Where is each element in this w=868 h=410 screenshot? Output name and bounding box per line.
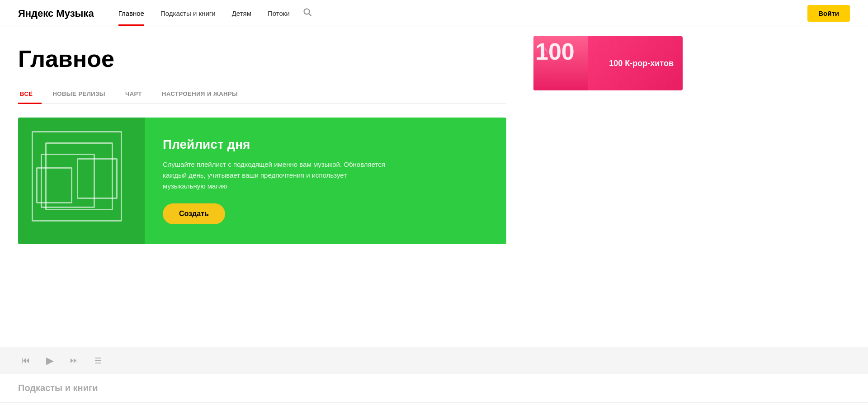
main-content: Главное ВСЁ НОВЫЕ РЕЛИЗЫ ЧАРТ НАСТРОЕНИЯ… (0, 27, 524, 347)
nav-item-streams[interactable]: Потоки (261, 6, 296, 21)
page-title: Главное (18, 45, 506, 72)
podcasts-section-label: Подкасты и книги (0, 374, 868, 402)
playlist-art (18, 118, 145, 244)
kpop-person-image: 100 (533, 36, 588, 90)
kpop-image: 100 (533, 36, 588, 90)
player-bar: ⏮ ▶ ⏭ ☰ (0, 347, 868, 374)
tab-chart[interactable]: ЧАРТ (123, 86, 151, 104)
header: Яндекс Музыка Главное Подкасты и книги Д… (0, 0, 868, 27)
search-icon (303, 8, 311, 16)
svg-line-1 (309, 14, 311, 16)
art-rect-4 (36, 167, 72, 203)
create-playlist-button[interactable]: Создать (163, 203, 225, 224)
tab-all[interactable]: ВСЁ (18, 86, 42, 104)
content-tabs: ВСЁ НОВЫЕ РЕЛИЗЫ ЧАРТ НАСТРОЕНИЯ И ЖАНРЫ (18, 86, 506, 104)
nav-item-podcasts[interactable]: Подкасты и книги (154, 6, 222, 21)
search-button[interactable] (300, 5, 315, 22)
playlist-button[interactable]: ☰ (91, 354, 105, 368)
kpop-banner[interactable]: 100 100 К-рор-хитов (533, 36, 683, 90)
art-rect-5 (77, 158, 118, 199)
playlist-banner: Плейлист дня Слушайте плейлист с подходя… (18, 118, 506, 244)
kpop-number: 100 (535, 40, 575, 63)
nav-item-home[interactable]: Главное (112, 6, 151, 21)
footer-registration-bar: Зарегистрируйтесь и получите единую колл… (0, 402, 868, 410)
right-sidebar: 100 100 К-рор-хитов (524, 27, 692, 347)
next-button[interactable]: ⏭ (66, 354, 82, 367)
tab-moods-genres[interactable]: НАСТРОЕНИЯ И ЖАНРЫ (160, 86, 247, 104)
main-layout: Главное ВСЁ НОВЫЕ РЕЛИЗЫ ЧАРТ НАСТРОЕНИЯ… (0, 27, 868, 347)
tab-new-releases[interactable]: НОВЫЕ РЕЛИЗЫ (51, 86, 114, 104)
nav-item-kids[interactable]: Детям (226, 6, 258, 21)
login-button[interactable]: Войти (807, 5, 850, 22)
playlist-info: Плейлист дня Слушайте плейлист с подходя… (145, 118, 407, 244)
prev-button[interactable]: ⏮ (18, 354, 33, 367)
playlist-title: Плейлист дня (163, 137, 389, 152)
logo: Яндекс Музыка (18, 8, 94, 19)
playlist-description: Слушайте плейлист с подходящей именно ва… (163, 159, 389, 192)
play-button[interactable]: ▶ (42, 353, 57, 368)
playlist-art-inner (32, 131, 131, 231)
main-nav: Главное Подкасты и книги Детям Потоки (112, 5, 808, 22)
